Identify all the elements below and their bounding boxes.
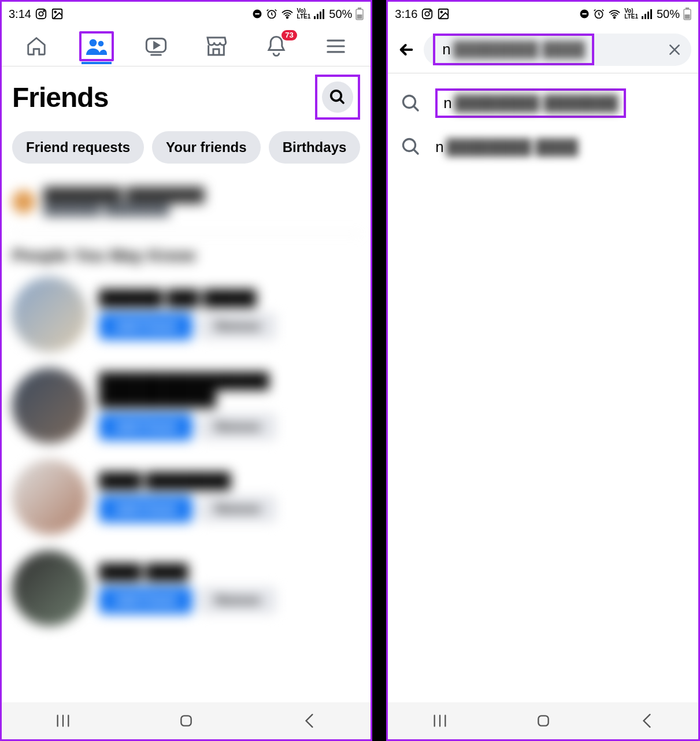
search-query-redacted: ████████ ████ [453, 40, 585, 58]
search-icon [398, 134, 424, 160]
activity-subtext: ███████ ████████ [43, 203, 360, 216]
suggestion-name: ████ ████████ [99, 472, 360, 490]
svg-rect-20 [181, 716, 191, 725]
search-button-highlight [315, 75, 360, 120]
android-back[interactable] [292, 713, 327, 728]
activity-name: ████████ ████████ [43, 187, 360, 203]
android-recents[interactable] [46, 714, 80, 728]
suggestion-row: ██████ ███ █████ Add Friend Remove [12, 277, 360, 352]
pill-friend-requests[interactable]: Friend requests [12, 131, 144, 164]
suggestion-row: ████ ████ Add Friend Remove [12, 551, 360, 626]
svg-rect-27 [583, 13, 587, 14]
nav-marketplace[interactable] [199, 31, 234, 61]
add-friend-button[interactable]: Add Friend [99, 413, 192, 440]
people-you-may-know-heading: People You May Know [12, 246, 360, 265]
wifi-icon [608, 9, 621, 19]
android-home[interactable] [169, 713, 203, 728]
suggestion-visible: n [435, 138, 443, 156]
remove-button[interactable]: Remove [199, 313, 277, 340]
dnd-icon [579, 9, 590, 19]
android-nav-bar [388, 702, 698, 739]
status-time: 3:14 [9, 8, 31, 21]
search-icon [398, 91, 424, 116]
remove-button[interactable]: Remove [199, 413, 277, 440]
clear-search-button[interactable] [667, 42, 682, 57]
nav-notifications[interactable]: 73 [259, 31, 294, 61]
avatar[interactable] [12, 551, 87, 626]
signal-icon [314, 9, 325, 19]
signal-icon [642, 9, 653, 19]
search-suggestion-item[interactable]: n ████████ ████ [398, 126, 688, 168]
search-query-visible: n [442, 40, 450, 58]
svg-rect-9 [314, 16, 316, 19]
status-time: 3:16 [395, 8, 417, 21]
lte-indicator: Vo)LTE1 [624, 8, 638, 20]
battery-icon [355, 8, 364, 20]
back-button[interactable] [395, 38, 418, 61]
svg-rect-39 [538, 716, 548, 725]
remove-button[interactable]: Remove [199, 495, 277, 523]
add-friend-button[interactable]: Add Friend [99, 313, 192, 340]
svg-rect-31 [645, 14, 646, 19]
svg-rect-30 [642, 16, 643, 19]
pill-your-friends[interactable]: Your friends [152, 131, 261, 164]
notification-badge: 73 [282, 30, 297, 40]
nav-home[interactable] [19, 31, 54, 61]
svg-point-8 [286, 17, 288, 18]
search-input[interactable]: n ████████ ████ [424, 34, 691, 66]
svg-rect-12 [323, 9, 324, 19]
android-recents[interactable] [423, 714, 457, 728]
page-title: Friends [12, 81, 108, 113]
nav-menu[interactable] [318, 31, 353, 61]
pane-divider [372, 0, 386, 741]
image-icon [437, 8, 450, 20]
android-back[interactable] [629, 713, 664, 728]
suggestion-text-highlight: n ████████ ███████ [435, 88, 626, 118]
search-suggestions: n ████████ ███████ n ████████ ████ [388, 73, 698, 175]
svg-rect-11 [320, 12, 321, 19]
svg-point-23 [429, 10, 431, 12]
suggestion-visible: n [443, 94, 451, 112]
battery-percent: 50% [657, 8, 680, 21]
suggestion-text: n ████████ ████ [435, 138, 578, 156]
blurred-friends-content: ████████ ████████ ███████ ████████ Peopl… [2, 175, 371, 702]
search-friends-button[interactable] [322, 81, 353, 113]
image-icon [51, 8, 64, 20]
nav-friends[interactable] [79, 31, 114, 61]
wifi-icon [281, 9, 294, 19]
add-friend-button[interactable]: Add Friend [99, 495, 192, 523]
left-phone-pane: 3:14 Vo)LTE1 50% 73 [0, 0, 372, 741]
avatar[interactable] [12, 277, 87, 352]
suggestion-name: ██████ ███ █████ [99, 289, 360, 307]
svg-point-16 [89, 39, 97, 46]
friends-header: Friends [2, 66, 371, 125]
svg-point-22 [425, 12, 429, 16]
search-suggestion-item[interactable]: n ████████ ███████ [398, 80, 688, 126]
friends-filter-pills: Friend requests Your friends Birthdays [2, 125, 371, 175]
svg-rect-10 [317, 14, 318, 19]
avatar [12, 190, 35, 213]
pill-birthdays[interactable]: Birthdays [269, 131, 361, 164]
nav-watch[interactable] [139, 31, 173, 61]
android-home[interactable] [526, 713, 561, 728]
suggestion-redacted: ████████ ████ [446, 138, 578, 156]
search-header: n ████████ ████ [388, 26, 698, 73]
close-icon [667, 42, 682, 57]
friend-activity-row[interactable]: ████████ ████████ ███████ ████████ [12, 181, 360, 234]
android-status-bar: 3:16 Vo)LTE1 50% [388, 2, 698, 26]
suggestion-name: ████████████████ ███████████ [99, 372, 360, 407]
remove-button[interactable]: Remove [199, 587, 277, 614]
svg-rect-6 [255, 13, 260, 14]
avatar[interactable] [12, 368, 87, 443]
add-friend-button[interactable]: Add Friend [99, 587, 192, 614]
search-query-highlight: n ████████ ████ [433, 34, 594, 65]
lte-indicator: Vo)LTE1 [297, 8, 311, 20]
svg-point-29 [614, 17, 616, 18]
facebook-top-nav: 73 [2, 26, 371, 66]
arrow-left-icon [397, 40, 416, 59]
right-phone-pane: 3:16 Vo)LTE1 50% n ████████ ████ [386, 0, 700, 741]
svg-rect-32 [647, 12, 649, 19]
alarm-icon [266, 8, 277, 20]
avatar[interactable] [12, 460, 87, 535]
dnd-icon [252, 9, 262, 19]
